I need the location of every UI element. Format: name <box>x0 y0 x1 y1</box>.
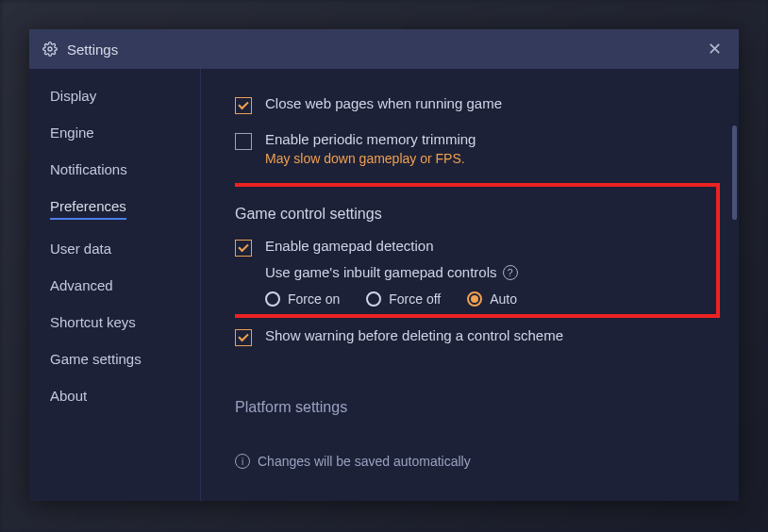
highlight-box: Game control settings Enable gamepad det… <box>235 183 720 318</box>
radio-auto[interactable]: Auto <box>467 291 517 307</box>
radio-label: Auto <box>490 291 517 307</box>
scrollbar-thumb[interactable] <box>732 125 737 220</box>
option-label: Show warning before deleting a control s… <box>265 327 563 343</box>
sidebar-item-display[interactable]: Display <box>50 88 96 104</box>
checkbox-icon[interactable] <box>235 133 252 150</box>
titlebar: Settings ✕ <box>29 29 739 69</box>
auto-save-note: i Changes will be saved automatically <box>235 454 720 469</box>
sidebar-item-shortcut-keys[interactable]: Shortcut keys <box>50 314 136 330</box>
option-memory-trimming[interactable]: Enable periodic memory trimming May slow… <box>235 131 720 166</box>
section-title-platform: Platform settings <box>235 399 720 416</box>
radio-icon <box>366 291 381 307</box>
sidebar-item-preferences[interactable]: Preferences <box>50 198 126 220</box>
section-title-game-control: Game control settings <box>235 206 705 223</box>
sidebar: Display Engine Notifications Preferences… <box>29 69 201 501</box>
modal-title: Settings <box>67 42 118 58</box>
option-label: Close web pages when running game <box>265 95 502 111</box>
sidebar-item-about[interactable]: About <box>50 388 87 404</box>
sidebar-item-engine[interactable]: Engine <box>50 125 94 141</box>
help-icon[interactable]: ? <box>503 265 518 280</box>
radio-group-inbuilt-gamepad: Force on Force off Auto <box>265 291 705 307</box>
radio-force-off[interactable]: Force off <box>366 291 441 307</box>
option-label: Enable periodic memory trimming <box>265 131 476 147</box>
sidebar-item-user-data[interactable]: User data <box>50 241 111 257</box>
sidebar-item-game-settings[interactable]: Game settings <box>50 351 142 367</box>
option-gamepad-detection[interactable]: Enable gamepad detection <box>235 238 705 257</box>
radio-label: Force on <box>288 291 340 307</box>
checkbox-icon[interactable] <box>235 240 252 257</box>
checkbox-icon[interactable] <box>235 97 252 114</box>
svg-point-0 <box>48 47 52 51</box>
info-icon: i <box>235 454 250 469</box>
warning-text: May slow down gameplay or FPS. <box>265 151 476 166</box>
option-close-web-pages[interactable]: Close web pages when running game <box>235 95 720 114</box>
option-label: Use game's inbuilt gamepad controls <box>265 264 497 280</box>
sidebar-item-notifications[interactable]: Notifications <box>50 161 127 177</box>
radio-icon <box>467 291 482 307</box>
radio-icon <box>265 291 280 307</box>
inbuilt-gamepad-row: Use game's inbuilt gamepad controls ? <box>265 264 705 280</box>
option-show-warning-delete[interactable]: Show warning before deleting a control s… <box>235 327 720 346</box>
checkbox-icon[interactable] <box>235 329 252 346</box>
close-icon[interactable]: ✕ <box>703 38 726 60</box>
radio-label: Force off <box>389 291 441 307</box>
gear-icon <box>42 42 58 57</box>
auto-save-text: Changes will be saved automatically <box>258 454 471 469</box>
settings-modal: Settings ✕ Display Engine Notifications … <box>29 29 739 501</box>
sidebar-item-advanced[interactable]: Advanced <box>50 277 113 293</box>
radio-force-on[interactable]: Force on <box>265 291 340 307</box>
content-pane: Close web pages when running game Enable… <box>201 69 739 501</box>
option-label: Enable gamepad detection <box>265 238 433 254</box>
